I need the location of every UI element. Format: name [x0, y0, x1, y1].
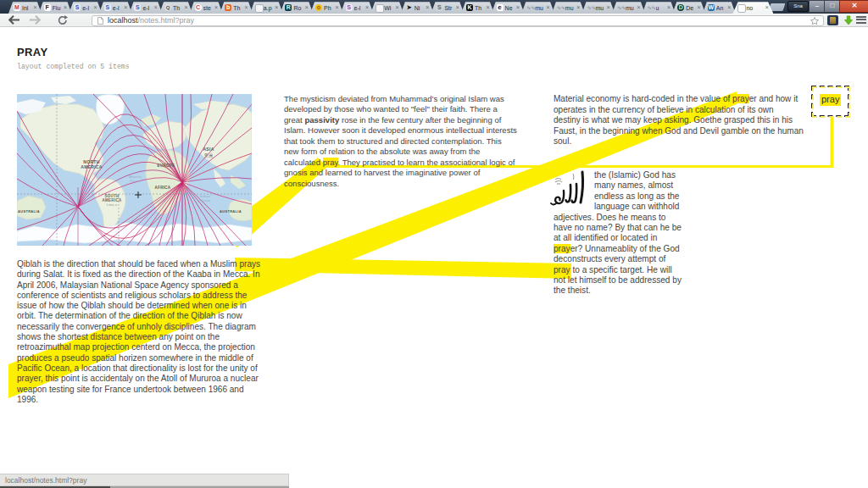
svg-text:AUSTRALIA: AUSTRALIA [18, 209, 40, 214]
svg-text:AMERICA: AMERICA [81, 164, 103, 169]
svg-text:AFRICA: AFRICA [155, 186, 171, 190]
svg-text:Ocean: Ocean [199, 198, 210, 202]
svg-text:ASIA: ASIA [203, 147, 214, 152]
svg-text:Ocean: Ocean [130, 179, 141, 183]
svg-text:AUSTRALIA: AUSTRALIA [220, 209, 242, 214]
svg-text:亚洲: 亚洲 [204, 152, 214, 158]
svg-text:AMERICA: AMERICA [102, 198, 122, 202]
svg-text:EUROPE: EUROPE [158, 164, 175, 168]
svg-text:Lima o: Lima o [107, 203, 117, 207]
